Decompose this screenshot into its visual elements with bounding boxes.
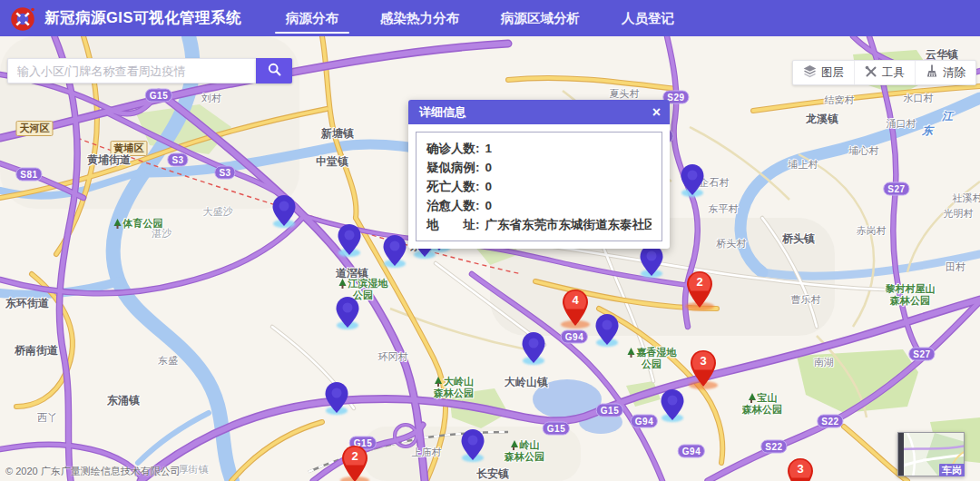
search-icon bbox=[268, 63, 281, 79]
info-label: 治愈人数: bbox=[426, 199, 480, 212]
tool-label: 清除 bbox=[943, 65, 965, 81]
tree-icon bbox=[627, 348, 635, 358]
map-label: 埔上村 bbox=[789, 159, 818, 171]
map-label: 南湖 bbox=[814, 357, 834, 368]
map-label: 长安镇 bbox=[476, 468, 509, 480]
search-button[interactable] bbox=[256, 58, 292, 83]
road-badge-G94: G94 bbox=[561, 330, 588, 344]
map-label: 结窝村 bbox=[825, 94, 855, 106]
poi-pin-purple[interactable] bbox=[336, 297, 359, 328]
map-label: 大盛沙 bbox=[203, 206, 233, 218]
search-input[interactable] bbox=[7, 58, 256, 83]
map-label: 光明村 bbox=[944, 208, 974, 220]
poi-pin-purple[interactable] bbox=[661, 389, 684, 420]
road-badge-S3: S3 bbox=[167, 153, 188, 167]
info-label: 疑似病例: bbox=[426, 161, 480, 174]
info-label: 死亡人数: bbox=[426, 180, 480, 193]
map-label: 桥头村 bbox=[717, 238, 747, 250]
map-label: 中堂镇 bbox=[316, 156, 348, 168]
map-label: 厚街镇 bbox=[179, 464, 209, 476]
info-row: 确诊人数:1 bbox=[426, 139, 652, 158]
detail-info-panel: 详细信息 × 确诊人数:1疑似病例:0死亡人数:0治愈人数:0地 址:广东省东莞… bbox=[408, 100, 670, 249]
cluster-count: 2 bbox=[686, 275, 713, 289]
poi-pin-purple[interactable] bbox=[595, 314, 619, 345]
panel-stats-box: 确诊人数:1疑似病例:0死亡人数:0治愈人数:0地 址:广东省东莞市东城街道东泰… bbox=[416, 132, 662, 241]
info-row: 治愈人数:0 bbox=[426, 196, 652, 215]
tools-icon bbox=[865, 65, 882, 81]
map-label: 环冈村 bbox=[378, 351, 408, 363]
cluster-pin-red[interactable]: 2 bbox=[686, 271, 713, 308]
poi-pin-purple[interactable] bbox=[383, 235, 407, 266]
info-row: 死亡人数:0 bbox=[426, 177, 652, 196]
info-label: 地 址: bbox=[426, 218, 480, 231]
poi-pin-purple[interactable] bbox=[681, 164, 704, 195]
panel-body: 确诊人数:1疑似病例:0死亡人数:0治愈人数:0地 址:广东省东莞市东城街道东泰… bbox=[408, 124, 670, 249]
map-label: 新塘镇 bbox=[321, 128, 354, 140]
poi-pin-purple[interactable] bbox=[640, 245, 663, 276]
cluster-count: 4 bbox=[562, 293, 589, 307]
lifebuoy-logo-icon bbox=[11, 6, 35, 31]
map-label: 宝山森林公园 bbox=[742, 392, 782, 416]
minimap-fold-strip bbox=[898, 433, 904, 476]
layers-icon bbox=[803, 65, 821, 81]
map-label: 夏头村 bbox=[610, 88, 640, 100]
nav-item-2[interactable]: 感染热力分布 bbox=[368, 0, 472, 36]
poi-pin-purple[interactable] bbox=[325, 382, 348, 413]
info-value: 0 bbox=[485, 199, 493, 212]
tree-icon bbox=[510, 440, 518, 450]
nav-item-4[interactable]: 人员登记 bbox=[609, 0, 687, 36]
main-nav: 病源分布感染热力分布病源区域分析人员登记 bbox=[265, 0, 695, 36]
map-label: 体育公园 bbox=[113, 218, 163, 230]
map-label: 社溪村 bbox=[953, 192, 980, 204]
poi-pin-purple[interactable] bbox=[272, 195, 296, 226]
map-label: 桥头镇 bbox=[782, 233, 815, 245]
tool-button-clear[interactable]: 清除 bbox=[915, 61, 975, 84]
map-search bbox=[7, 58, 292, 83]
road-badge-G94: G94 bbox=[631, 415, 658, 428]
cluster-pin-red[interactable]: 4 bbox=[562, 290, 589, 326]
map-label: 上庙村 bbox=[412, 447, 442, 458]
map-label: 田村 bbox=[946, 261, 965, 273]
minimap-town-label: 车岗 bbox=[939, 464, 965, 476]
tool-label: 图层 bbox=[821, 65, 844, 81]
app-title: 新冠病源GIS可视化管理系统 bbox=[44, 8, 241, 28]
road-badge-G94: G94 bbox=[678, 445, 705, 458]
road-badge-G15: G15 bbox=[543, 422, 570, 436]
map-label: 东环街道 bbox=[5, 298, 49, 309]
cluster-count: 2 bbox=[341, 449, 368, 463]
nav-item-1[interactable]: 病源分布 bbox=[273, 0, 351, 36]
poi-pin-purple[interactable] bbox=[522, 332, 545, 363]
info-value: 0 bbox=[485, 161, 493, 174]
poi-pin-purple[interactable] bbox=[338, 224, 361, 255]
cluster-pin-red[interactable]: 2 bbox=[341, 446, 368, 481]
map-label: 东涌镇 bbox=[107, 395, 140, 407]
district-badge: 天河区 bbox=[16, 121, 54, 136]
map-label: 水口村 bbox=[904, 93, 934, 104]
road-badge-S27: S27 bbox=[883, 182, 909, 196]
info-row: 地 址:广东省东莞市东城街道东泰社区东... bbox=[426, 215, 652, 234]
map-label: 刘村 bbox=[201, 93, 221, 104]
road-badge-G15: G15 bbox=[145, 89, 172, 103]
map-label: 黎村村屋山森林公园 bbox=[886, 283, 936, 307]
nav-item-3[interactable]: 病源区域分析 bbox=[488, 0, 593, 36]
map-label: 大岭山森林公园 bbox=[434, 376, 474, 399]
map-label: 东 bbox=[922, 125, 933, 137]
info-row: 疑似病例:0 bbox=[426, 158, 652, 177]
poi-pin-purple[interactable] bbox=[461, 429, 485, 460]
tool-button-tools[interactable]: 工具 bbox=[854, 61, 915, 84]
info-value: 1 bbox=[485, 142, 493, 155]
tool-button-layers[interactable]: 图层 bbox=[793, 61, 854, 84]
cluster-count: 3 bbox=[787, 462, 814, 476]
road-badge-S22: S22 bbox=[817, 415, 843, 428]
map-label: 赤岗村 bbox=[857, 225, 887, 237]
road-badge-S81: S81 bbox=[15, 168, 42, 182]
cluster-pin-red[interactable]: 3 bbox=[787, 458, 814, 481]
cluster-pin-red[interactable]: 3 bbox=[690, 350, 717, 387]
map-canvas[interactable]: 刘村天河区黄埔区黄埔街道新塘镇中堂镇云华镇水口村夏头村结窝村龙溪镇涌口村埔心村埔… bbox=[0, 36, 980, 481]
map-label: 曹乐村 bbox=[791, 294, 821, 306]
map-label: 岭山森林公园 bbox=[505, 439, 544, 463]
map-label: 东盛 bbox=[158, 355, 178, 367]
close-icon[interactable]: × bbox=[652, 105, 661, 120]
info-label: 确诊人数: bbox=[426, 142, 480, 155]
map-label: 江 bbox=[942, 111, 953, 123]
